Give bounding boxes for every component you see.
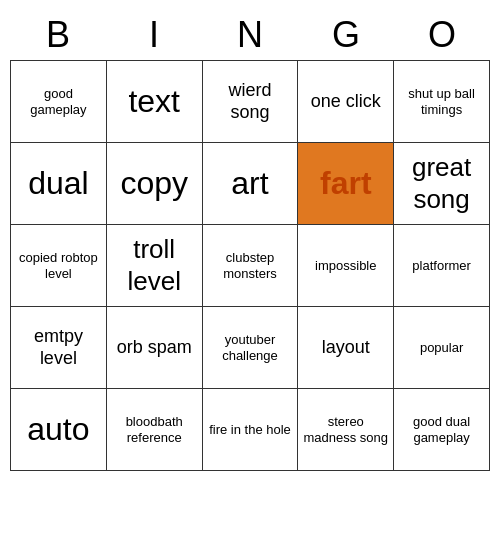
bingo-cell: great song (394, 143, 490, 225)
header-letter: G (298, 10, 394, 60)
bingo-cell: one click (298, 61, 394, 143)
cell-text: text (128, 82, 180, 120)
header-letter: N (202, 10, 298, 60)
cell-text: layout (322, 337, 370, 359)
cell-text: great song (398, 152, 485, 214)
cell-text: orb spam (117, 337, 192, 359)
cell-text: copied robtop level (15, 250, 102, 281)
cell-text: emtpy level (15, 326, 102, 369)
bingo-cell: auto (11, 389, 107, 471)
cell-text: youtuber challenge (207, 332, 294, 363)
cell-text: troll level (111, 234, 198, 296)
bingo-cell: dual (11, 143, 107, 225)
bingo-cell: layout (298, 307, 394, 389)
bingo-cell: good dual gameplay (394, 389, 490, 471)
bingo-cell: impossible (298, 225, 394, 307)
bingo-cell: platformer (394, 225, 490, 307)
cell-text: impossible (315, 258, 376, 274)
cell-text: good gameplay (15, 86, 102, 117)
bingo-cell: emtpy level (11, 307, 107, 389)
cell-text: popular (420, 340, 463, 356)
bingo-cell: shut up ball timings (394, 61, 490, 143)
cell-text: art (231, 164, 268, 202)
bingo-cell: fart (298, 143, 394, 225)
bingo-cell: art (203, 143, 299, 225)
bingo-header: BINGO (10, 10, 490, 60)
bingo-cell: troll level (107, 225, 203, 307)
bingo-cell: stereo madness song (298, 389, 394, 471)
bingo-cell: good gameplay (11, 61, 107, 143)
bingo-cell: copy (107, 143, 203, 225)
cell-text: good dual gameplay (398, 414, 485, 445)
bingo-cell: fire in the hole (203, 389, 299, 471)
cell-text: one click (311, 91, 381, 113)
bingo-cell: orb spam (107, 307, 203, 389)
cell-text: stereo madness song (302, 414, 389, 445)
header-letter: B (10, 10, 106, 60)
cell-text: wierd song (207, 80, 294, 123)
cell-text: clubstep monsters (207, 250, 294, 281)
bingo-cell: wierd song (203, 61, 299, 143)
bingo-cell: clubstep monsters (203, 225, 299, 307)
bingo-cell: text (107, 61, 203, 143)
bingo-card: BINGO good gameplaytextwierd songone cli… (10, 10, 490, 471)
cell-text: bloodbath reference (111, 414, 198, 445)
cell-text: copy (120, 164, 188, 202)
cell-text: platformer (412, 258, 471, 274)
cell-text: dual (28, 164, 89, 202)
header-letter: I (106, 10, 202, 60)
bingo-cell: popular (394, 307, 490, 389)
header-letter: O (394, 10, 490, 60)
cell-text: fart (320, 164, 372, 202)
bingo-cell: youtuber challenge (203, 307, 299, 389)
bingo-grid: good gameplaytextwierd songone clickshut… (10, 60, 490, 471)
cell-text: auto (27, 410, 89, 448)
bingo-cell: bloodbath reference (107, 389, 203, 471)
bingo-cell: copied robtop level (11, 225, 107, 307)
cell-text: fire in the hole (209, 422, 291, 438)
cell-text: shut up ball timings (398, 86, 485, 117)
